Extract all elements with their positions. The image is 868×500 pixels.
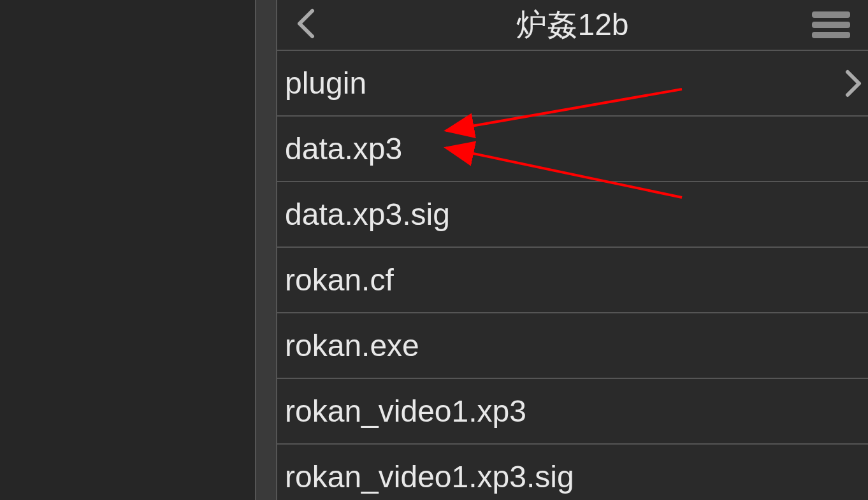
file-name: rokan.cf — [285, 262, 394, 297]
chevron-right-icon — [845, 69, 862, 97]
hamburger-icon — [812, 22, 850, 28]
back-button[interactable] — [290, 1, 322, 48]
file-name: rokan_video1.xp3 — [285, 394, 526, 429]
page-title: 炉姦12b — [516, 4, 628, 45]
header-bar: 炉姦12b — [277, 0, 868, 50]
file-name: rokan_video1.xp3.sig — [285, 459, 574, 494]
panel-divider — [255, 0, 277, 500]
file-name: plugin — [285, 66, 366, 101]
chevron-left-icon — [296, 8, 315, 39]
file-item-rokan-exe[interactable]: rokan.exe — [277, 313, 868, 379]
main-panel: 炉姦12b plugin data.xp3 data.xp3.sig rokan… — [277, 0, 868, 500]
folder-item-plugin[interactable]: plugin — [277, 51, 868, 117]
file-item-data-xp3[interactable]: data.xp3 — [277, 117, 868, 182]
file-name: data.xp3.sig — [285, 197, 450, 232]
file-name: rokan.exe — [285, 328, 419, 363]
file-item-rokan-cf[interactable]: rokan.cf — [277, 248, 868, 313]
hamburger-icon — [812, 11, 850, 18]
file-item-data-xp3-sig[interactable]: data.xp3.sig — [277, 182, 868, 248]
left-panel — [0, 0, 255, 500]
file-list: plugin data.xp3 data.xp3.sig rokan.cf ro… — [277, 50, 868, 500]
file-item-rokan-video1-xp3-sig[interactable]: rokan_video1.xp3.sig — [277, 445, 868, 500]
menu-button[interactable] — [807, 3, 855, 47]
file-item-rokan-video1-xp3[interactable]: rokan_video1.xp3 — [277, 379, 868, 445]
file-name: data.xp3 — [285, 131, 402, 166]
hamburger-icon — [812, 32, 850, 38]
